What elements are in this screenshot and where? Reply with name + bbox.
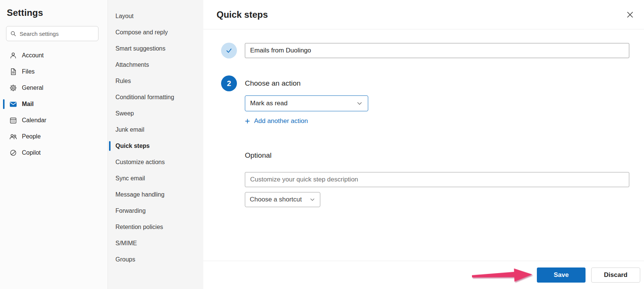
category-label: Retention policies <box>115 224 163 231</box>
category-label: Forwarding <box>115 208 146 214</box>
category-layout[interactable]: Layout <box>115 8 203 24</box>
choose-action-label: Choose an action <box>245 79 301 88</box>
step2-row: 2 Choose an action <box>221 75 629 91</box>
category-attachments[interactable]: Attachments <box>115 57 203 73</box>
close-icon <box>626 11 634 19</box>
quick-step-form: 2 Choose an action Mark as read + Add an… <box>203 29 644 261</box>
sidebar-item-label: Calendar <box>22 117 46 124</box>
shortcut-dropdown[interactable]: Choose a shortcut <box>245 192 320 207</box>
step1-completed-badge <box>221 43 237 58</box>
category-label: Attachments <box>115 61 149 68</box>
sidebar-item-people[interactable]: People <box>6 128 108 144</box>
action-dropdown-value: Mark as read <box>250 100 287 107</box>
close-button[interactable] <box>624 9 636 20</box>
sidebar-item-calendar[interactable]: Calendar <box>6 112 108 128</box>
category-junk-email[interactable]: Junk email <box>115 121 203 138</box>
category-sweep[interactable]: Sweep <box>115 105 203 121</box>
category-label: Conditional formatting <box>115 94 174 101</box>
panel-title: Quick steps <box>217 9 268 20</box>
category-customize-actions[interactable]: Customize actions <box>115 154 203 170</box>
category-label: Customize actions <box>115 159 165 166</box>
panel-footer: Save Discard <box>203 261 644 289</box>
category-label: Junk email <box>115 126 144 133</box>
calendar-icon <box>9 117 17 124</box>
sidebar-item-files[interactable]: Files <box>6 63 108 80</box>
settings-nav: Account Files General <box>6 47 108 161</box>
add-another-action-label: Add another action <box>254 117 308 125</box>
sidebar-item-label: Copilot <box>22 149 41 156</box>
selection-bar <box>3 99 5 109</box>
category-message-handling[interactable]: Message handling <box>115 186 203 203</box>
plus-icon: + <box>245 118 250 125</box>
category-label: Sweep <box>115 110 134 117</box>
settings-sidebar: Settings Account Files <box>0 0 108 289</box>
file-icon <box>9 68 17 75</box>
category-sync-email[interactable]: Sync email <box>115 170 203 186</box>
selection-bar <box>109 141 111 151</box>
sidebar-item-account[interactable]: Account <box>6 47 108 63</box>
category-label: Message handling <box>115 191 164 198</box>
sidebar-item-label: General <box>22 85 43 91</box>
sidebar-item-label: People <box>22 133 41 140</box>
step1-row <box>221 43 629 58</box>
quick-step-name-input[interactable] <box>245 43 629 58</box>
mail-settings-category-list: Layout Compose and reply Smart suggestio… <box>108 0 203 289</box>
category-label: Groups <box>115 256 135 263</box>
sidebar-item-mail[interactable]: Mail <box>6 96 108 112</box>
search-icon <box>10 31 17 37</box>
category-conditional-formatting[interactable]: Conditional formatting <box>115 89 203 105</box>
add-another-action-link[interactable]: + Add another action <box>245 117 308 125</box>
sidebar-item-label: Files <box>22 68 35 75</box>
action-dropdown[interactable]: Mark as read <box>245 95 368 111</box>
category-forwarding[interactable]: Forwarding <box>115 203 203 219</box>
category-label: Sync email <box>115 175 145 182</box>
sidebar-item-general[interactable]: General <box>6 80 108 96</box>
person-icon <box>9 52 17 59</box>
category-smime[interactable]: S/MIME <box>115 235 203 251</box>
category-label: Rules <box>115 78 131 85</box>
category-label: Quick steps <box>115 143 150 149</box>
category-label: Compose and reply <box>115 29 168 36</box>
category-label: S/MIME <box>115 240 137 247</box>
sidebar-item-copilot[interactable]: Copilot <box>6 144 108 161</box>
sidebar-item-label: Mail <box>22 101 34 108</box>
step2-number: 2 <box>227 79 231 88</box>
category-label: Smart suggestions <box>115 45 166 52</box>
category-rules[interactable]: Rules <box>115 73 203 89</box>
settings-dialog: Settings Account Files <box>0 0 644 289</box>
panel-header: Quick steps <box>203 0 644 29</box>
category-retention-policies[interactable]: Retention policies <box>115 219 203 235</box>
step2-section: 2 Choose an action Mark as read + Add an… <box>221 75 629 126</box>
quick-steps-panel: Quick steps 2 Choose an action Mark as r… <box>203 0 644 289</box>
settings-search-box[interactable] <box>6 26 98 41</box>
people-icon <box>9 133 17 140</box>
category-smart-suggestions[interactable]: Smart suggestions <box>115 40 203 57</box>
optional-heading: Optional <box>245 151 629 160</box>
save-button[interactable]: Save <box>537 267 586 283</box>
chevron-down-icon <box>356 100 363 107</box>
settings-title: Settings <box>7 8 108 18</box>
search-settings-input[interactable] <box>20 31 94 37</box>
description-input[interactable] <box>245 172 629 187</box>
annotation-arrow-icon <box>472 267 533 284</box>
mail-icon <box>9 100 17 108</box>
chevron-down-icon <box>309 197 315 203</box>
copilot-icon <box>9 149 17 157</box>
checkmark-icon <box>225 47 233 54</box>
step2-number-badge: 2 <box>221 75 237 91</box>
shortcut-dropdown-value: Choose a shortcut <box>250 196 302 203</box>
category-quick-steps[interactable]: Quick steps <box>115 138 203 154</box>
sidebar-item-label: Account <box>22 52 44 59</box>
category-groups[interactable]: Groups <box>115 251 203 267</box>
discard-button[interactable]: Discard <box>591 267 640 283</box>
gear-icon <box>9 84 17 92</box>
category-label: Layout <box>115 13 134 20</box>
category-compose-and-reply[interactable]: Compose and reply <box>115 24 203 40</box>
